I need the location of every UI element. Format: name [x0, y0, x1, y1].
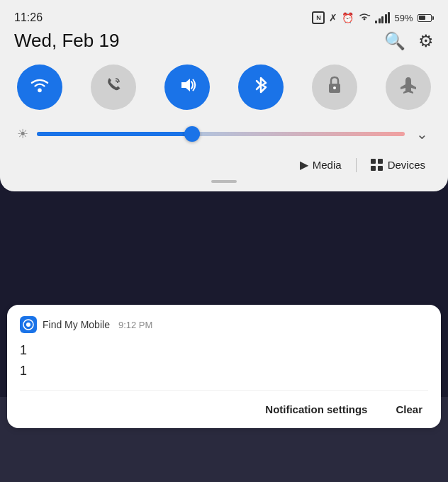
svg-point-3 — [333, 86, 336, 89]
media-play-icon: ▶ — [300, 158, 308, 172]
notification-header: Find My Mobile 9:12 PM — [20, 316, 428, 333]
media-button[interactable]: ▶ Media — [294, 155, 347, 174]
brightness-thumb[interactable] — [184, 126, 200, 142]
lock-icon — [327, 76, 342, 99]
find-my-mobile-icon — [20, 316, 37, 333]
settings-icon[interactable]: ⚙ — [418, 31, 434, 51]
notification-actions: Notification settings Clear — [20, 390, 428, 428]
svg-point-0 — [38, 88, 42, 92]
brightness-fill — [37, 132, 191, 136]
sound-toggle[interactable] — [164, 65, 210, 110]
phone-toggle[interactable] — [91, 65, 136, 110]
wifi-toggle[interactable] — [17, 65, 62, 110]
sound-icon — [177, 75, 197, 100]
airplane-toggle[interactable] — [386, 65, 431, 110]
battery-icon — [418, 14, 435, 22]
notification-app-name: Find My Mobile — [43, 319, 110, 330]
devices-grid-icon — [371, 159, 383, 172]
bluetooth-icon — [253, 75, 269, 100]
svg-point-5 — [26, 323, 30, 327]
notification-time: 9:12 PM — [118, 320, 152, 330]
notification-line-2: 1 — [20, 361, 428, 381]
date-display: Wed, Feb 19 — [14, 30, 119, 52]
status-time: 11:26 — [14, 11, 43, 24]
brightness-slider[interactable] — [37, 132, 405, 136]
brightness-track — [37, 132, 405, 136]
screen-lock-toggle[interactable] — [312, 65, 357, 110]
notification-settings-button[interactable]: Notification settings — [259, 400, 373, 418]
status-icons: N ✗ ⏰ 59% — [312, 11, 434, 24]
status-bar: 11:26 N ✗ ⏰ — [14, 11, 434, 24]
wifi-status-icon — [358, 12, 371, 24]
battery-percentage: 59% — [394, 13, 413, 23]
media-devices-divider — [356, 158, 357, 172]
svg-marker-1 — [181, 79, 190, 91]
phone-icon — [103, 75, 123, 100]
expand-brightness-button[interactable]: ⌄ — [413, 123, 431, 145]
notification-body: 1 1 — [20, 340, 428, 381]
date-actions: 🔍 ⚙ — [384, 31, 434, 51]
wifi-icon — [30, 77, 50, 99]
quick-settings-panel: 11:26 N ✗ ⏰ — [0, 0, 448, 191]
notification-clear-button[interactable]: Clear — [390, 400, 428, 418]
search-icon[interactable]: 🔍 — [384, 31, 405, 51]
quick-toggle-row — [14, 65, 434, 110]
alarm-icon: ⏰ — [342, 12, 354, 23]
date-row: Wed, Feb 19 🔍 ⚙ — [14, 30, 434, 52]
airplane-icon — [398, 75, 418, 100]
notification-line-1: 1 — [20, 340, 428, 361]
devices-button[interactable]: Devices — [365, 156, 431, 174]
media-devices-row: ▶ Media Devices — [14, 155, 434, 174]
bluetooth-status-icon: ✗ — [329, 12, 337, 23]
brightness-icon: ☀ — [17, 126, 28, 142]
bluetooth-toggle[interactable] — [238, 65, 284, 110]
devices-label: Devices — [388, 159, 425, 171]
brightness-right-track — [191, 132, 405, 136]
notification-card: Find My Mobile 9:12 PM 1 1 Notification … — [7, 305, 441, 428]
nfc-icon: N — [312, 11, 325, 24]
brightness-row: ☀ ⌄ — [14, 123, 434, 145]
signal-bars-icon — [375, 12, 390, 23]
media-label: Media — [313, 159, 342, 171]
drag-handle — [211, 180, 237, 183]
